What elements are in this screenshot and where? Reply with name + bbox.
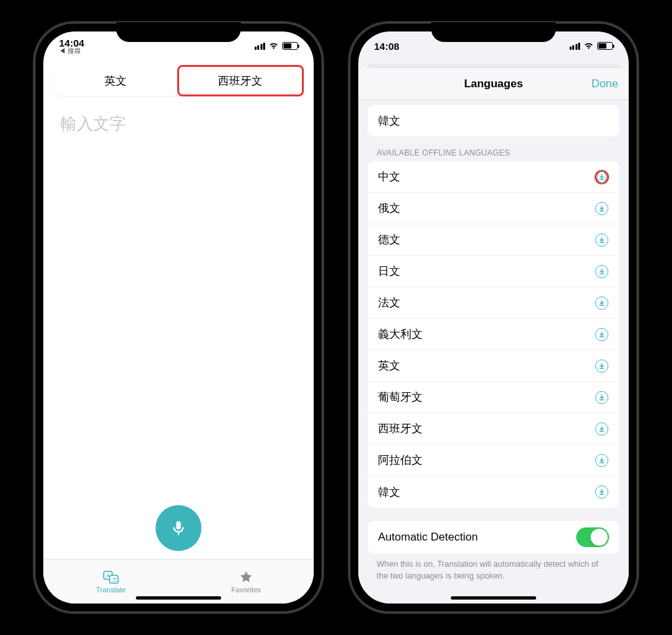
sheet-title: Languages <box>464 77 523 91</box>
svg-text:A: A <box>106 573 110 579</box>
language-pair-toggle: 英文 西班牙文 <box>54 66 303 96</box>
microphone-icon <box>169 519 188 537</box>
language-label: 法文 <box>378 295 400 310</box>
language-label: 日文 <box>378 264 400 279</box>
star-icon <box>239 570 253 584</box>
language-label: 英文 <box>378 358 400 373</box>
phone-left: 14:04 ◀ 搜尋 英文 西班牙文 輸入文字 <box>34 22 323 613</box>
status-back-to-search[interactable]: ◀ 搜尋 <box>59 48 84 54</box>
screen-translate: 14:04 ◀ 搜尋 英文 西班牙文 輸入文字 <box>43 31 314 604</box>
notch <box>116 22 241 42</box>
done-button[interactable]: Done <box>591 77 618 91</box>
download-icon <box>595 359 608 373</box>
input-placeholder: 輸入文字 <box>60 114 126 133</box>
status-time: 14:04 <box>59 38 84 48</box>
language-label: 葡萄牙文 <box>378 390 423 405</box>
language-row[interactable]: 英文 <box>368 350 620 382</box>
download-icon <box>595 234 608 247</box>
download-button[interactable] <box>595 296 609 310</box>
language-row[interactable]: 日文 <box>368 256 620 287</box>
download-icon <box>597 171 606 184</box>
language-row[interactable]: 阿拉伯文 <box>368 445 620 476</box>
language-label: 阿拉伯文 <box>378 453 423 468</box>
download-icon <box>595 265 608 278</box>
download-icon <box>595 454 608 467</box>
battery-icon <box>282 42 298 50</box>
wifi-icon <box>583 42 594 50</box>
tab-favorites-label: Favorites <box>231 586 261 594</box>
signal-icon <box>570 43 581 50</box>
download-button[interactable] <box>595 359 609 373</box>
language-row[interactable]: 西班牙文 <box>368 413 620 445</box>
download-icon <box>595 328 608 341</box>
language-row[interactable]: 義大利文 <box>368 319 620 350</box>
language-row[interactable]: 德文 <box>368 224 620 256</box>
language-label: 西班牙文 <box>378 421 423 436</box>
language-label: 俄文 <box>378 201 400 216</box>
download-icon <box>595 422 608 436</box>
battery-icon <box>597 42 613 50</box>
language-row[interactable]: 葡萄牙文 <box>368 382 620 413</box>
language-row[interactable]: 中文 <box>368 161 620 193</box>
language-label: 德文 <box>378 232 400 247</box>
signal-icon <box>255 43 266 50</box>
language-row[interactable]: 俄文 <box>368 193 620 224</box>
download-button[interactable] <box>595 390 609 405</box>
automatic-detection-row: Automatic Detection <box>368 521 620 554</box>
sheet-body[interactable]: 韓文 AVAILABLE OFFLINE LANGUAGES 中文俄文德文日文法… <box>358 100 629 604</box>
download-button[interactable] <box>595 485 609 499</box>
language-row[interactable]: 法文 <box>368 287 620 319</box>
wifi-icon <box>268 42 279 50</box>
target-language-button[interactable]: 西班牙文 <box>177 65 304 96</box>
status-time: 14:08 <box>374 41 399 51</box>
status-indicators <box>255 42 299 50</box>
language-row[interactable]: 韓文 <box>368 105 620 136</box>
auto-detect-label: Automatic Detection <box>378 531 478 544</box>
microphone-button[interactable] <box>156 505 201 551</box>
download-icon <box>595 485 608 499</box>
auto-detect-footer: When this is on, Translation will automa… <box>358 554 629 595</box>
offline-languages-group: 中文俄文德文日文法文義大利文英文葡萄牙文西班牙文阿拉伯文韓文 <box>368 161 620 508</box>
offline-section-header: AVAILABLE OFFLINE LANGUAGES <box>358 136 629 161</box>
auto-detect-switch[interactable] <box>576 527 609 547</box>
selected-language-group: 韓文 <box>368 105 620 136</box>
screen-languages: 14:08 Languages Done 韓文 AVAILABLE OFFLIN… <box>358 31 629 604</box>
home-indicator[interactable] <box>136 596 221 600</box>
download-button[interactable] <box>595 453 609 468</box>
language-label: 義大利文 <box>378 327 423 342</box>
download-button[interactable] <box>595 422 609 436</box>
download-button[interactable] <box>595 201 609 216</box>
notch <box>431 22 556 42</box>
download-button[interactable] <box>595 327 609 342</box>
svg-text:文: 文 <box>112 577 117 583</box>
tab-translate-label: Translate <box>96 586 125 594</box>
download-button[interactable] <box>595 170 609 184</box>
sheet-header: Languages Done <box>358 68 629 100</box>
language-label: 中文 <box>378 169 400 184</box>
download-icon <box>595 297 608 310</box>
language-row[interactable]: 韓文 <box>368 476 620 508</box>
source-language-button[interactable]: 英文 <box>54 66 177 96</box>
phone-right: 14:08 Languages Done 韓文 AVAILABLE OFFLIN… <box>349 22 638 613</box>
translate-input[interactable]: 輸入文字 <box>43 96 314 492</box>
download-button[interactable] <box>595 264 609 279</box>
download-icon <box>595 202 608 215</box>
status-indicators <box>570 42 614 50</box>
language-label: 韓文 <box>378 485 400 500</box>
home-indicator[interactable] <box>451 596 536 600</box>
download-icon <box>595 391 608 404</box>
translate-icon: A 文 <box>102 570 119 584</box>
download-button[interactable] <box>595 233 609 247</box>
language-label: 韓文 <box>378 113 400 129</box>
